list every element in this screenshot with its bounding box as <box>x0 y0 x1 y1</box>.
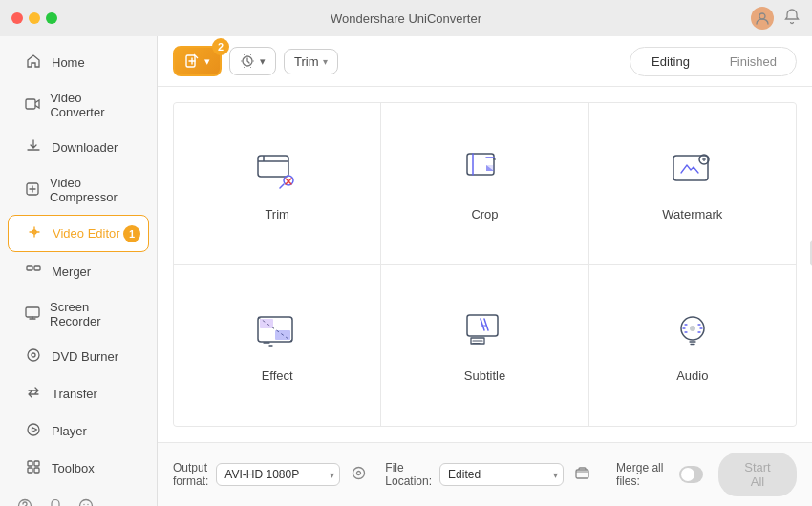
output-format-label: Output format: <box>173 461 208 488</box>
video-editor-icon <box>26 224 43 242</box>
file-location-label: File Location: <box>385 461 432 488</box>
svg-rect-4 <box>27 266 32 270</box>
audio-icon <box>668 307 717 357</box>
sidebar-item-video-editor[interactable]: Video Editor 1 <box>8 215 149 252</box>
app-title: Wondershare UniConverter <box>331 11 481 26</box>
svg-rect-5 <box>34 266 40 270</box>
sidebar-label-player: Player <box>52 424 87 438</box>
transfer-icon <box>25 385 42 403</box>
trim-chevron-icon: ▾ <box>323 56 328 67</box>
content-area: ▾ 2 ▾ Trim ▾ Editing Finished <box>158 36 812 506</box>
sidebar-item-home[interactable]: Home <box>8 45 149 80</box>
trim-label: Trim <box>294 54 319 69</box>
sidebar-item-player[interactable]: Player <box>8 413 149 449</box>
add-effect-button[interactable]: ▾ <box>229 47 276 75</box>
feature-grid: Trim Crop <box>173 102 797 427</box>
home-icon <box>25 53 42 72</box>
crop-icon <box>459 146 509 196</box>
file-location-select-wrap: Edited <box>439 463 564 486</box>
notification-icon[interactable] <box>783 8 801 29</box>
bottom-bar: Output format: AVI-HD 1080P File Locatio… <box>158 442 812 506</box>
video-compressor-icon <box>25 181 40 200</box>
close-button[interactable] <box>11 12 23 24</box>
svg-rect-6 <box>26 307 39 317</box>
sidebar-label-video-converter: Video Converter <box>50 91 132 119</box>
svg-point-33 <box>357 472 361 475</box>
add-file-label: ▾ <box>204 55 210 68</box>
subtitle-label-text: Subtitle <box>464 369 505 383</box>
svg-point-8 <box>32 353 35 357</box>
minimize-button[interactable] <box>29 12 40 24</box>
svg-point-31 <box>690 326 695 331</box>
trim-dropdown[interactable]: Trim ▾ <box>284 49 338 74</box>
user-avatar[interactable] <box>751 7 774 30</box>
add-file-button-wrap: ▾ 2 <box>173 46 222 76</box>
video-converter-icon <box>25 96 40 115</box>
svg-rect-10 <box>28 461 32 466</box>
window-controls[interactable] <box>11 12 57 24</box>
video-editor-badge: 1 <box>123 225 140 242</box>
sidebar: Home Video Converter Downloader Video Co… <box>0 36 158 506</box>
svg-point-9 <box>28 424 39 435</box>
sidebar-item-video-compressor[interactable]: Video Compressor <box>8 167 149 213</box>
merge-section: Merge all files: <box>616 461 703 488</box>
sidebar-item-merger[interactable]: Merger <box>8 254 149 289</box>
main-layout: Home Video Converter Downloader Video Co… <box>0 36 812 506</box>
subtitle-icon <box>459 307 509 357</box>
svg-rect-1 <box>26 99 35 109</box>
feature-subtitle[interactable]: Subtitle <box>381 265 588 427</box>
trim-icon <box>252 146 302 196</box>
svg-point-14 <box>19 500 32 507</box>
feature-crop[interactable]: Crop <box>381 103 588 264</box>
sidebar-label-home: Home <box>52 55 85 70</box>
file-location-select[interactable]: Edited <box>439 463 564 486</box>
file-location-browse-button[interactable] <box>571 464 593 485</box>
sidebar-label-toolbox: Toolbox <box>52 461 95 475</box>
svg-rect-13 <box>34 468 39 473</box>
toolbox-icon <box>25 459 42 477</box>
editing-toggle: Editing Finished <box>630 47 797 76</box>
sidebar-item-video-converter[interactable]: Video Converter <box>8 82 149 128</box>
sidebar-item-toolbox[interactable]: Toolbox <box>8 451 149 486</box>
svg-rect-11 <box>34 461 39 466</box>
sidebar-item-downloader[interactable]: Downloader <box>8 130 149 165</box>
sidebar-label-video-compressor: Video Compressor <box>50 176 132 204</box>
sidebar-label-transfer: Transfer <box>52 387 97 401</box>
merger-icon <box>25 263 42 281</box>
sidebar-item-transfer[interactable]: Transfer <box>8 376 149 411</box>
screen-recorder-icon <box>25 306 40 324</box>
output-format-select-wrap: AVI-HD 1080P <box>216 463 340 486</box>
merge-toggle[interactable] <box>679 466 703 483</box>
editing-tab-button[interactable]: Editing <box>632 50 709 74</box>
notification-bell-icon[interactable] <box>48 498 63 506</box>
effect-icon <box>252 307 302 357</box>
dvd-burner-icon <box>25 348 42 366</box>
sidebar-label-screen-recorder: Screen Recorder <box>50 300 132 328</box>
finished-tab-button[interactable]: Finished <box>711 48 796 75</box>
output-format-select[interactable]: AVI-HD 1080P <box>216 463 340 486</box>
feature-trim[interactable]: Trim <box>174 103 380 264</box>
feature-effect[interactable]: Effect <box>174 265 380 427</box>
start-all-button[interactable]: Start All <box>718 453 797 496</box>
maximize-button[interactable] <box>46 12 57 24</box>
sidebar-footer <box>0 487 157 506</box>
sidebar-item-dvd-burner[interactable]: DVD Burner <box>8 339 149 374</box>
help-icon[interactable] <box>17 498 32 506</box>
sidebar-item-screen-recorder[interactable]: Screen Recorder <box>8 291 149 337</box>
add-effect-label: ▾ <box>260 55 266 68</box>
watermark-label-text: Watermark <box>662 207 722 221</box>
feature-watermark[interactable]: Watermark <box>589 103 796 264</box>
player-icon <box>25 422 42 440</box>
output-format-settings-button[interactable] <box>348 464 370 485</box>
feedback-icon[interactable] <box>78 498 94 506</box>
effect-label-text: Effect <box>262 369 293 383</box>
title-bar: Wondershare UniConverter <box>0 0 812 36</box>
svg-point-0 <box>759 13 765 19</box>
sidebar-label-dvd-burner: DVD Burner <box>52 349 118 364</box>
title-bar-right <box>751 7 801 30</box>
svg-rect-27 <box>260 319 273 328</box>
output-format-field: Output format: AVI-HD 1080P <box>173 461 370 488</box>
svg-rect-19 <box>258 156 288 177</box>
feature-audio[interactable]: Audio <box>589 265 796 427</box>
downloader-icon <box>25 138 42 157</box>
